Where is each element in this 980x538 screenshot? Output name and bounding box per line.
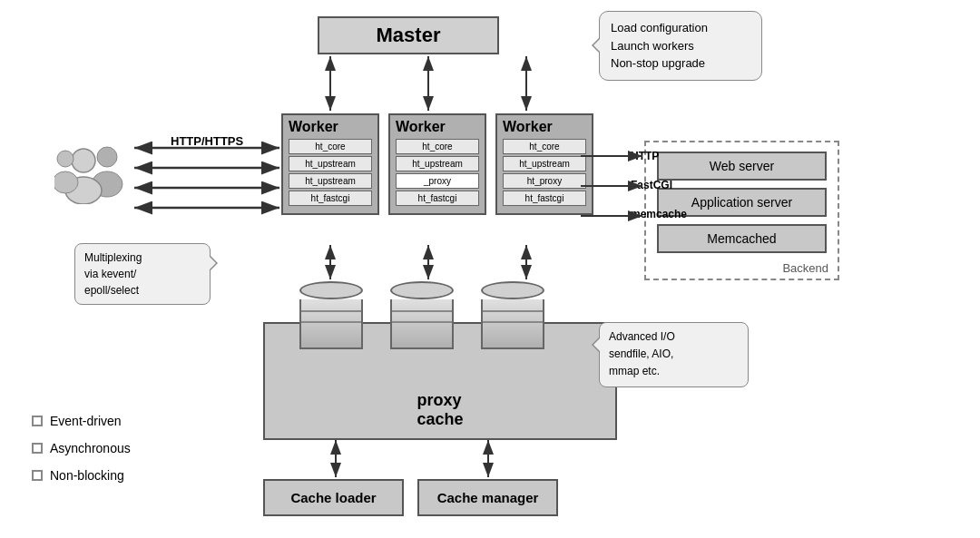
proto-http: HTTP [631,150,687,162]
worker-3-mod-4: ht_fastcgi [503,191,586,206]
cache-manager-label: Cache manager [437,490,539,505]
svg-point-5 [54,171,78,193]
cylinder-3-top [481,281,544,299]
users-icon [54,141,127,204]
cylinder-1 [299,281,363,354]
cylinder-3-body [481,299,544,349]
worker-3-mod-1: ht_core [503,139,586,154]
proto-fastcgi: FastCGI [631,179,687,191]
cyl3-line-1 [483,310,543,312]
worker-box-3: Worker ht_core ht_upstream ht_proxy ht_f… [495,113,593,215]
cyl2-line-2 [392,321,452,323]
worker-2-mod-3: _proxy [396,173,479,189]
legend-square-1 [32,416,43,426]
protocol-labels: HTTP FastCGI memcache [631,150,687,237]
worker-2-mod-1: ht_core [396,139,479,154]
svg-point-0 [97,147,117,167]
worker-box-2: Worker ht_core ht_upstream _proxy ht_fas… [388,113,486,215]
cache-loader-label: Cache loader [290,490,376,505]
master-box: Master [318,16,499,54]
cache-manager-box: Cache manager [417,479,558,516]
worker-1-mod-1: ht_core [289,139,372,154]
callout-io-text: Advanced I/Osendfile, AIO,mmap etc. [609,330,675,377]
legend-square-3 [32,470,43,481]
cylinder-1-top [299,281,363,299]
worker-1-mod-2: ht_upstream [289,156,372,171]
worker-3-title: Worker [503,119,586,135]
backend-label: Backend [782,261,828,275]
cylinder-2-top [390,281,454,299]
legend-item-3: Non-blocking [32,463,131,488]
worker-2-mod-2: ht_upstream [396,156,479,171]
worker-2-mod-4: ht_fastcgi [396,191,479,206]
callout-multiplexing: Multiplexingvia kevent/epoll/select [74,243,211,305]
svg-point-4 [57,151,74,167]
worker-1-mod-4: ht_fastcgi [289,191,372,206]
callout-mult-text: Multiplexingvia kevent/epoll/select [84,251,142,297]
cylinder-2-body [390,299,454,349]
cylinders-row [299,281,544,354]
cyl-line-2 [301,321,361,323]
callout-top: Load configuration Launch workers Non-st… [599,11,762,81]
callout-advanced-io: Advanced I/Osendfile, AIO,mmap etc. [599,322,749,387]
cylinder-3 [481,281,544,354]
svg-point-2 [72,149,95,172]
worker-3-mod-3: ht_proxy [503,173,586,189]
callout-top-line1: Load configuration [611,21,708,34]
legend-square-2 [32,443,43,454]
legend-item-1: Event-driven [32,408,131,434]
legend-label-3: Non-blocking [50,463,124,488]
worker-box-1: Worker ht_core ht_upstream ht_upstream h… [281,113,379,215]
worker-3-mod-2: ht_upstream [503,156,586,171]
cylinder-2 [390,281,454,354]
worker-1-mod-3: ht_upstream [289,173,372,189]
cylinder-1-body [299,299,363,349]
legend-label-1: Event-driven [50,408,122,434]
callout-top-line2: Launch workers [611,39,694,53]
legend-label-2: Asynchronous [50,435,131,461]
cache-loader-box: Cache loader [263,479,404,516]
diagram: Master Load configuration Launch workers… [0,0,980,538]
cyl-line-1 [301,310,361,312]
callout-top-line3: Non-stop upgrade [611,56,705,70]
http-https-label: HTTP/HTTPS [171,134,243,148]
proto-memcache: memcache [631,208,687,220]
proxy-cache-label: proxycache [416,391,463,429]
workers-container: Worker ht_core ht_upstream ht_upstream h… [281,113,593,215]
worker-1-title: Worker [289,119,372,135]
cyl3-line-2 [483,321,543,323]
legend: Event-driven Asynchronous Non-blocking [32,408,131,490]
legend-item-2: Asynchronous [32,435,131,461]
master-label: Master [377,24,441,47]
cyl2-line-1 [392,310,452,312]
worker-2-title: Worker [396,119,479,135]
